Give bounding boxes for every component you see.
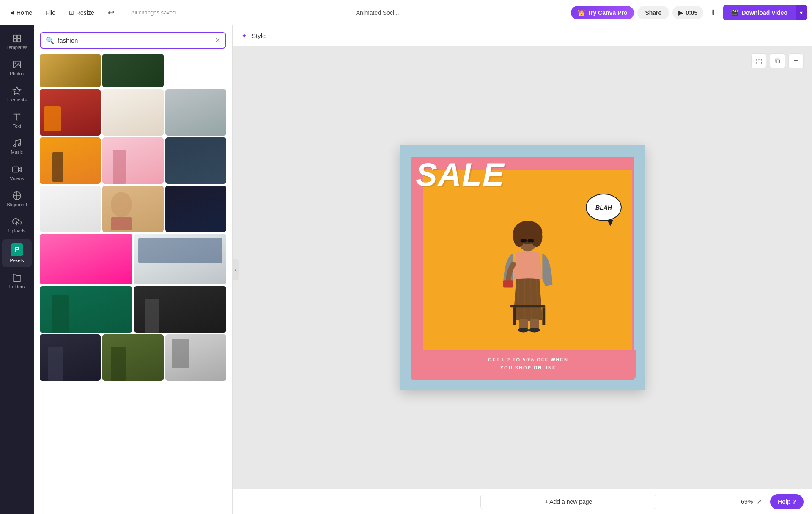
svg-line-21	[524, 279, 524, 320]
panel-collapse-handle[interactable]: ‹	[232, 259, 239, 280]
zoom-expand-icon[interactable]: ⤢	[756, 498, 762, 506]
templates-icon	[12, 34, 22, 43]
svg-point-27	[529, 328, 540, 332]
file-button[interactable]: File	[41, 7, 60, 19]
zoom-controls: 69% ⤢	[741, 498, 762, 506]
pexels-label: Pexels	[10, 258, 24, 263]
add-page-button[interactable]: + Add a new page	[480, 495, 656, 509]
photo-item[interactable]	[134, 286, 227, 333]
svg-rect-30	[542, 307, 545, 325]
photo-item[interactable]	[40, 334, 101, 381]
style-bar: ✦ Style	[233, 25, 812, 46]
search-input[interactable]	[58, 37, 211, 44]
home-label: Home	[16, 9, 32, 16]
sidebar-item-photos[interactable]: Photos	[2, 56, 32, 80]
elements-icon	[12, 86, 22, 96]
svg-rect-11	[13, 167, 19, 172]
folders-icon	[12, 273, 22, 282]
download-icon-button[interactable]: ⬇	[707, 5, 720, 21]
preview-time: 0:05	[686, 9, 697, 16]
photo-item[interactable]	[102, 89, 163, 136]
download-video-label: Download Video	[741, 9, 787, 16]
svg-marker-10	[19, 167, 21, 171]
pro-label: Try Canva Pro	[587, 9, 627, 16]
bottom-bar: + Add a new page 69% ⤢ Help ?	[233, 489, 812, 514]
sidebar-item-music[interactable]: Music	[2, 134, 32, 159]
sidebar-item-templates[interactable]: Templates	[2, 30, 32, 54]
photo-item[interactable]	[102, 54, 163, 87]
photo-item[interactable]	[40, 186, 101, 232]
home-button[interactable]: ◀ Home	[5, 7, 37, 19]
undo-button[interactable]: ↩	[103, 5, 119, 20]
preview-button[interactable]: ▶ 0:05	[672, 6, 703, 19]
background-icon	[12, 191, 22, 200]
document-title: Animated Soci...	[356, 9, 399, 16]
pexels-logo: P	[11, 243, 23, 256]
frame-button[interactable]: ⬚	[751, 53, 766, 68]
photo-item[interactable]	[102, 137, 163, 184]
add-icon: +	[794, 57, 798, 65]
photo-item[interactable]	[102, 186, 163, 232]
uploads-label: Uploads	[8, 228, 25, 233]
copy-icon: ⧉	[775, 57, 780, 65]
svg-rect-1	[17, 35, 20, 38]
photo-item[interactable]	[102, 334, 163, 381]
videos-label: Videos	[10, 176, 24, 181]
text-icon	[12, 112, 22, 122]
sidebar: Templates Photos Elements Text Music Vid…	[0, 25, 34, 514]
photo-item[interactable]	[40, 137, 101, 184]
photo-item[interactable]	[134, 234, 227, 284]
photo-item[interactable]	[40, 89, 101, 136]
zoom-level: 69%	[741, 498, 753, 505]
photo-item[interactable]	[40, 234, 132, 284]
download-caret-button[interactable]: ▾	[795, 5, 807, 20]
sidebar-item-background[interactable]: Bkground	[2, 187, 32, 211]
download-video-icon: 🎬	[731, 9, 738, 16]
add-page-label: + Add a new page	[545, 498, 593, 505]
crown-icon: 👑	[578, 9, 585, 16]
sidebar-item-uploads[interactable]: Uploads	[2, 213, 32, 238]
share-button[interactable]: Share	[637, 6, 669, 19]
fashion-figure	[481, 196, 574, 356]
try-pro-button[interactable]: 👑 Try Canva Pro	[571, 6, 634, 19]
svg-rect-2	[14, 39, 16, 42]
design-canvas[interactable]: SALE BLAH GET UP TO 50% OFF WHENYOU SHOP…	[400, 145, 645, 390]
sidebar-item-elements[interactable]: Elements	[2, 82, 32, 107]
add-page-button[interactable]: +	[788, 53, 804, 68]
photo-item[interactable]	[165, 89, 226, 136]
sidebar-item-folders[interactable]: Folders	[2, 269, 32, 293]
photo-item[interactable]	[40, 286, 132, 333]
uploads-icon	[12, 217, 22, 227]
svg-rect-18	[528, 239, 534, 242]
sidebar-item-pexels[interactable]: P Pexels	[2, 239, 32, 267]
svg-point-16	[530, 227, 542, 247]
clear-search-icon[interactable]: ✕	[215, 36, 220, 44]
promo-banner: GET UP TO 50% OFF WHENYOU SHOP ONLINE	[421, 350, 636, 378]
style-sparkle-icon: ✦	[241, 31, 247, 41]
search-bar: 🔍 ✕	[40, 32, 226, 49]
svg-rect-0	[14, 35, 16, 38]
download-video-group: 🎬 Download Video ▾	[723, 5, 807, 20]
sidebar-item-text[interactable]: Text	[2, 108, 32, 133]
svg-rect-28	[510, 305, 545, 308]
help-button[interactable]: Help ?	[770, 494, 804, 509]
svg-point-5	[15, 63, 16, 64]
music-label: Music	[11, 150, 23, 155]
resize-button[interactable]: ⊡ Resize	[64, 7, 99, 19]
folders-label: Folders	[9, 284, 25, 289]
canvas-actions: ⬚ ⧉ +	[751, 53, 804, 68]
photo-item[interactable]	[40, 54, 101, 87]
caret-down-icon: ▾	[800, 9, 803, 16]
help-label: Help ?	[778, 498, 796, 505]
main-layout: Templates Photos Elements Text Music Vid…	[0, 25, 812, 514]
photo-item[interactable]	[165, 137, 226, 184]
photo-item[interactable]	[165, 186, 226, 232]
photo-item[interactable]	[165, 334, 226, 381]
copy-button[interactable]: ⧉	[770, 53, 785, 68]
sidebar-item-videos[interactable]: Videos	[2, 161, 32, 185]
file-label: File	[46, 9, 55, 16]
canvas-container: ⬚ ⧉ +	[233, 46, 812, 489]
play-icon: ▶	[678, 9, 683, 16]
share-label: Share	[645, 9, 661, 16]
download-video-button[interactable]: 🎬 Download Video	[723, 5, 795, 20]
